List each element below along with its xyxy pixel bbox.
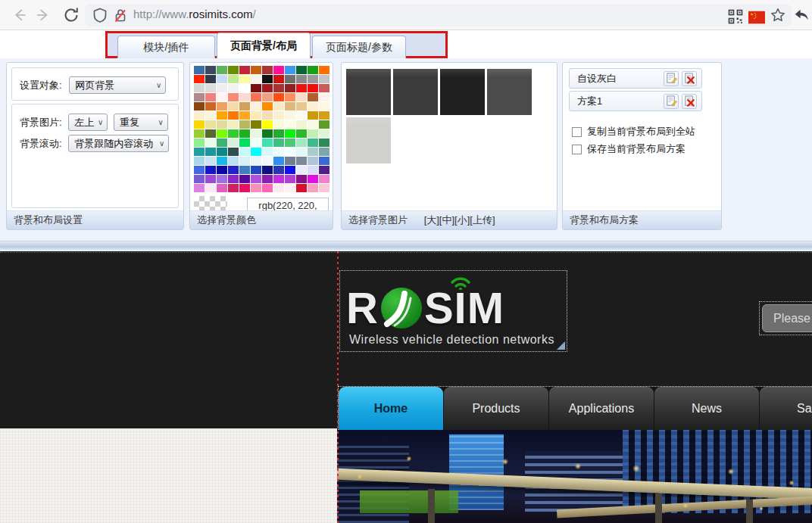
color-swatch[interactable] bbox=[205, 184, 216, 192]
color-swatch[interactable] bbox=[319, 166, 329, 174]
tab-page-title-params[interactable]: 页面标题/参数 bbox=[312, 36, 406, 58]
color-swatch[interactable] bbox=[239, 129, 250, 138]
shield-icon[interactable] bbox=[92, 7, 108, 23]
color-swatch[interactable] bbox=[285, 139, 295, 147]
color-swatch[interactable] bbox=[273, 148, 284, 156]
color-swatch[interactable] bbox=[217, 93, 227, 101]
color-swatch[interactable] bbox=[296, 111, 307, 120]
color-swatch[interactable] bbox=[239, 184, 250, 192]
color-swatch[interactable] bbox=[319, 184, 329, 192]
color-swatch[interactable] bbox=[194, 129, 205, 138]
color-swatch[interactable] bbox=[262, 139, 273, 147]
color-swatch[interactable] bbox=[239, 102, 250, 111]
color-swatch[interactable] bbox=[273, 129, 284, 138]
color-swatch[interactable] bbox=[296, 129, 307, 138]
color-swatch[interactable] bbox=[194, 139, 205, 147]
color-swatch[interactable] bbox=[194, 120, 205, 129]
color-swatch[interactable] bbox=[285, 93, 295, 101]
color-swatch[interactable] bbox=[251, 93, 261, 101]
bg-image-thumb[interactable] bbox=[393, 69, 438, 115]
color-swatch[interactable] bbox=[319, 102, 329, 111]
color-swatch[interactable] bbox=[228, 120, 239, 129]
color-swatch[interactable] bbox=[285, 129, 295, 138]
color-swatch[interactable] bbox=[273, 120, 284, 129]
color-swatch[interactable] bbox=[308, 75, 318, 83]
color-swatch[interactable] bbox=[205, 111, 216, 120]
color-swatch[interactable] bbox=[251, 157, 261, 165]
color-swatch[interactable] bbox=[273, 175, 284, 183]
color-swatch[interactable] bbox=[228, 84, 239, 92]
color-swatch[interactable] bbox=[251, 139, 261, 147]
color-swatch[interactable] bbox=[319, 120, 329, 129]
color-swatch[interactable] bbox=[285, 111, 295, 120]
color-swatch[interactable] bbox=[228, 184, 239, 192]
color-swatch[interactable] bbox=[239, 93, 250, 101]
color-swatch[interactable] bbox=[228, 175, 239, 183]
color-swatch[interactable] bbox=[194, 75, 205, 83]
target-object-select[interactable]: 网页背景∨ bbox=[69, 76, 166, 94]
color-swatch[interactable] bbox=[285, 148, 295, 156]
color-swatch[interactable] bbox=[262, 129, 273, 138]
qr-code-icon[interactable] bbox=[727, 8, 744, 25]
color-swatch[interactable] bbox=[205, 93, 216, 101]
color-swatch[interactable] bbox=[273, 139, 284, 147]
color-swatch[interactable] bbox=[262, 111, 273, 120]
tab-page-background-layout[interactable]: 页面背景/布局 bbox=[217, 33, 311, 58]
color-swatch[interactable] bbox=[285, 120, 295, 129]
color-swatch[interactable] bbox=[319, 175, 329, 183]
color-swatch[interactable] bbox=[205, 66, 216, 74]
color-swatch[interactable] bbox=[262, 175, 273, 183]
color-swatch[interactable] bbox=[217, 102, 227, 111]
color-swatch[interactable] bbox=[251, 111, 261, 120]
color-swatch[interactable] bbox=[285, 102, 295, 111]
color-swatch[interactable] bbox=[217, 75, 227, 83]
color-swatch[interactable] bbox=[194, 148, 205, 156]
color-swatch[interactable] bbox=[239, 148, 250, 156]
color-swatch[interactable] bbox=[194, 184, 205, 192]
color-swatch[interactable] bbox=[262, 120, 273, 129]
color-swatch[interactable] bbox=[262, 66, 273, 74]
color-swatch[interactable] bbox=[296, 175, 307, 183]
color-swatch[interactable] bbox=[228, 157, 239, 165]
color-swatch[interactable] bbox=[262, 102, 273, 111]
color-swatch[interactable] bbox=[194, 93, 205, 101]
color-swatch[interactable] bbox=[217, 129, 227, 138]
color-swatch[interactable] bbox=[308, 184, 318, 192]
scheme-delete-button[interactable] bbox=[682, 94, 697, 109]
color-swatch[interactable] bbox=[296, 120, 307, 129]
color-swatch[interactable] bbox=[251, 84, 261, 92]
color-swatch[interactable] bbox=[205, 148, 216, 156]
color-swatch[interactable] bbox=[251, 102, 261, 111]
color-swatch[interactable] bbox=[205, 129, 216, 138]
color-swatch[interactable] bbox=[228, 148, 239, 156]
color-swatch[interactable] bbox=[217, 139, 227, 147]
reload-icon[interactable] bbox=[63, 7, 80, 23]
color-swatch[interactable] bbox=[308, 139, 318, 147]
color-swatch[interactable] bbox=[308, 129, 318, 138]
color-swatch[interactable] bbox=[205, 84, 216, 92]
color-swatch[interactable] bbox=[262, 75, 273, 83]
color-swatch[interactable] bbox=[239, 84, 250, 92]
bg-repeat-select[interactable]: 重复∨ bbox=[114, 114, 168, 131]
color-swatch[interactable] bbox=[262, 157, 273, 165]
color-swatch[interactable] bbox=[251, 129, 261, 138]
color-swatch[interactable] bbox=[273, 66, 284, 74]
color-swatch[interactable] bbox=[296, 157, 307, 165]
color-swatch[interactable] bbox=[251, 75, 261, 83]
color-swatch[interactable] bbox=[308, 66, 318, 74]
color-swatch[interactable] bbox=[228, 75, 239, 83]
color-swatch[interactable] bbox=[262, 184, 273, 192]
color-swatch[interactable] bbox=[228, 139, 239, 147]
color-swatch[interactable] bbox=[217, 111, 227, 120]
color-swatch[interactable] bbox=[319, 111, 329, 120]
color-swatch[interactable] bbox=[251, 184, 261, 192]
color-swatch[interactable] bbox=[319, 157, 329, 165]
color-swatch[interactable] bbox=[285, 166, 295, 174]
color-swatch[interactable] bbox=[239, 120, 250, 129]
scheme-delete-button[interactable] bbox=[682, 71, 697, 86]
color-swatch[interactable] bbox=[308, 166, 318, 174]
checkbox[interactable] bbox=[572, 145, 582, 154]
scheme-edit-button[interactable] bbox=[664, 94, 679, 109]
color-swatch[interactable] bbox=[239, 157, 250, 165]
color-swatch[interactable] bbox=[205, 139, 216, 147]
